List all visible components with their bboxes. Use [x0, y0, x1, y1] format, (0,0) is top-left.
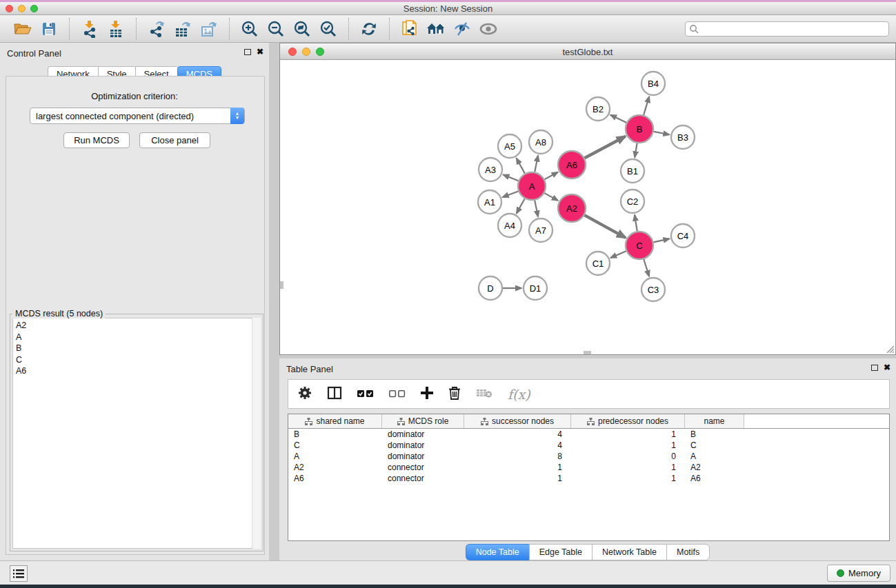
horizontal-scroll-nub[interactable]	[584, 351, 591, 354]
export-table-button[interactable]	[170, 18, 196, 40]
result-item[interactable]: C	[16, 354, 260, 366]
network-canvas[interactable]: B4B2BB3A5A8A6B1A3AC2A1A2A4A7C4CC1C3DD1	[280, 60, 895, 354]
table-cell[interactable]: A	[288, 451, 382, 462]
memory-button[interactable]: Memory	[827, 565, 890, 582]
result-scrollbar[interactable]	[252, 318, 261, 549]
unselect-all-columns-button[interactable]	[389, 388, 406, 401]
graph-node-A6[interactable]: A6	[558, 151, 586, 179]
hide-details-button[interactable]	[449, 18, 475, 40]
graph-edge-A-A7[interactable]	[535, 201, 538, 217]
graph-node-A8[interactable]: A8	[529, 130, 552, 154]
graph-edge-A-A1[interactable]	[503, 191, 519, 197]
graph-node-D1[interactable]: D1	[524, 276, 547, 300]
function-builder-button[interactable]: f(x)	[508, 387, 530, 402]
table-cell[interactable]: 4	[464, 429, 571, 440]
tab-node-table[interactable]: Node Table	[466, 544, 529, 560]
table-cell[interactable]: A2	[288, 462, 382, 473]
table-cell[interactable]: dominator	[382, 451, 464, 462]
table-cell[interactable]: A6	[685, 473, 744, 484]
table-cell[interactable]: 1	[464, 462, 571, 473]
graph-node-A7[interactable]: A7	[529, 219, 552, 242]
save-session-button[interactable]	[36, 18, 62, 40]
column-header[interactable]: MCDS role	[382, 414, 464, 428]
search-input[interactable]	[685, 21, 889, 37]
table-cell[interactable]: dominator	[382, 440, 464, 451]
table-cell[interactable]: connector	[382, 462, 464, 473]
graph-edge-A-A3[interactable]	[504, 174, 519, 181]
result-item[interactable]: A2	[16, 320, 260, 332]
graph-node-B2[interactable]: B2	[586, 97, 610, 121]
graph-node-A2[interactable]: A2	[558, 194, 586, 222]
graph-edge-B-B4[interactable]	[644, 97, 649, 115]
table-cell[interactable]: 8	[464, 451, 571, 462]
graph-edge-B-B3[interactable]	[654, 132, 670, 134]
graph-node-C2[interactable]: C2	[621, 190, 644, 213]
graph-node-B[interactable]: B	[626, 115, 653, 143]
first-neighbors-button[interactable]	[423, 18, 449, 40]
resize-grip-icon[interactable]	[886, 345, 895, 354]
graph-edge-C-C1[interactable]	[610, 251, 626, 258]
graph-node-C4[interactable]: C4	[671, 224, 695, 247]
result-item[interactable]: A	[16, 332, 260, 343]
graph-node-C[interactable]: C	[626, 232, 653, 259]
table-cell[interactable]: C	[288, 440, 382, 451]
graph-node-C3[interactable]: C3	[641, 278, 665, 301]
table-cell[interactable]: A2	[685, 462, 744, 473]
zoom-in-button[interactable]	[237, 18, 263, 40]
import-network-button[interactable]	[77, 18, 103, 40]
graph-node-A1[interactable]: A1	[478, 190, 501, 214]
network-window-titlebar[interactable]: testGlobe.txt	[280, 43, 895, 60]
import-table-button[interactable]	[103, 18, 129, 40]
graph-edge-A-A2[interactable]	[544, 193, 557, 201]
graph-node-B1[interactable]: B1	[621, 159, 644, 183]
graph-node-A5[interactable]: A5	[498, 134, 521, 158]
create-column-button[interactable]	[421, 387, 433, 402]
graph-edge-A-A6[interactable]	[545, 172, 558, 179]
table-row[interactable]: A2connector11A2	[288, 462, 889, 473]
table-cell[interactable]: B	[288, 429, 382, 440]
graph-edge-B-B2[interactable]	[610, 115, 626, 123]
graph-edge-A-A5[interactable]	[517, 159, 525, 174]
tab-network-table[interactable]: Network Table	[592, 544, 666, 560]
close-panel-icon[interactable]: ✖	[257, 48, 263, 55]
table-cell[interactable]: 1	[571, 429, 685, 440]
network-from-selection-button[interactable]	[397, 18, 423, 40]
table-cell[interactable]: connector	[382, 473, 464, 484]
table-cell[interactable]: 1	[571, 462, 685, 473]
table-cell[interactable]: 0	[571, 451, 685, 462]
zoom-fit-button[interactable]	[289, 18, 315, 40]
table-row[interactable]: Adominator80A	[288, 451, 889, 462]
graph-edge-A6-B[interactable]	[585, 136, 626, 158]
table-cell[interactable]: A	[685, 451, 744, 462]
graph-edge-A-A8[interactable]	[535, 156, 538, 172]
export-image-button[interactable]	[196, 18, 222, 40]
delete-columns-button[interactable]	[448, 386, 461, 403]
zoom-out-button[interactable]	[263, 18, 289, 40]
graph-node-D[interactable]: D	[479, 276, 502, 300]
table-row[interactable]: Bdominator41B	[288, 429, 889, 440]
close-panel-button[interactable]: Close panel	[139, 132, 210, 148]
refresh-view-button[interactable]	[356, 18, 382, 40]
result-item[interactable]: A6	[16, 365, 260, 377]
open-session-button[interactable]	[10, 18, 36, 40]
graph-node-A[interactable]: A	[518, 172, 546, 200]
result-item[interactable]: B	[16, 343, 260, 354]
show-column-button[interactable]	[327, 386, 342, 403]
export-network-button[interactable]	[143, 18, 170, 40]
graph-edge-C-C2[interactable]	[635, 215, 637, 231]
column-header[interactable]: predecessor nodes	[571, 414, 685, 428]
graph-edge-A2-C[interactable]	[584, 215, 625, 238]
vertical-scroll-nub[interactable]	[280, 281, 283, 289]
table-cell[interactable]: 1	[571, 473, 685, 484]
table-row[interactable]: Cdominator41C	[288, 440, 889, 451]
tab-edge-table[interactable]: Edge Table	[529, 544, 592, 560]
task-history-button[interactable]	[10, 565, 28, 582]
zoom-selected-button[interactable]	[315, 18, 341, 40]
close-panel-icon[interactable]: ✖	[884, 364, 890, 371]
column-header[interactable]: shared name	[288, 414, 382, 428]
table-cell[interactable]: dominator	[382, 429, 464, 440]
delete-table-button[interactable]	[476, 387, 492, 401]
select-all-columns-button[interactable]	[357, 388, 374, 401]
graph-node-A3[interactable]: A3	[479, 158, 502, 181]
mcds-result-list[interactable]: A2ABCA6	[12, 318, 261, 549]
